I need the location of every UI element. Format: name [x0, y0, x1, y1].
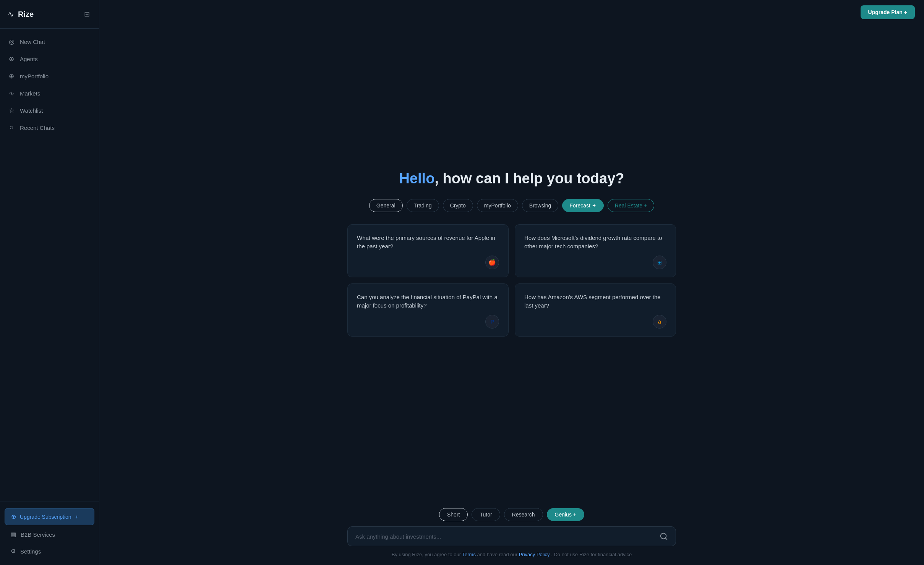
footer-text: By using Rize, you agree to our Terms an…	[392, 552, 632, 557]
search-button[interactable]	[660, 532, 668, 541]
suggestion-card-text: Can you analyze the financial situation …	[357, 293, 499, 310]
sidebar-item-label: myPortfolio	[20, 73, 49, 79]
sidebar-item-recent-chats[interactable]: ○ Recent Chats	[0, 119, 99, 136]
sidebar-item-label: New Chat	[20, 39, 45, 45]
suggestion-card-amazon[interactable]: How has Amazon's AWS segment performed o…	[515, 283, 676, 337]
rize-logo-icon: ∿	[8, 10, 14, 19]
upgrade-icon: ⊕	[11, 513, 16, 520]
sidebar-item-b2b-services[interactable]: ▦ B2B Services	[5, 527, 94, 542]
agents-icon: ⊕	[8, 55, 15, 63]
sidebar-logo: ∿ Rize ⊟	[0, 0, 99, 29]
sidebar-item-watchlist[interactable]: ☆ Watchlist	[0, 102, 99, 119]
sidebar-item-label: Watchlist	[20, 107, 43, 114]
main-content: Upgrade Plan + Hello, how can I help you…	[99, 0, 924, 565]
sidebar-item-agents[interactable]: ⊕ Agents	[0, 50, 99, 68]
upgrade-plus: +	[75, 514, 78, 520]
upgrade-plan-plus: +	[904, 9, 907, 15]
suggestion-card-text: What were the primary sources of revenue…	[357, 234, 499, 251]
amazon-icon: a	[653, 315, 666, 329]
suggestion-card-text: How does Microsoft's dividend growth rat…	[524, 234, 666, 251]
upgrade-label: Upgrade Subscription	[20, 514, 71, 520]
bottom-bar: Short Tutor Research Genius + By using R…	[99, 508, 924, 565]
mode-pills: Short Tutor Research Genius +	[439, 508, 584, 521]
suggestion-card-microsoft[interactable]: How does Microsoft's dividend growth rat…	[515, 224, 676, 277]
sidebar-item-label: Agents	[20, 56, 38, 62]
mode-pill-tutor[interactable]: Tutor	[472, 508, 500, 521]
pill-browsing[interactable]: Browsing	[522, 199, 559, 212]
privacy-link[interactable]: Privacy Policy	[519, 552, 550, 557]
sidebar-item-new-chat[interactable]: ◎ New Chat	[0, 33, 99, 50]
mode-pill-short[interactable]: Short	[439, 508, 468, 521]
microsoft-icon: ⊞	[653, 256, 666, 269]
mode-pill-research[interactable]: Research	[504, 508, 543, 521]
pill-forecast[interactable]: Forecast ✦	[562, 199, 603, 212]
sidebar-item-label: B2B Services	[21, 531, 55, 538]
apple-icon: 🍎	[485, 256, 499, 269]
pill-general[interactable]: General	[369, 199, 403, 212]
search-icon	[660, 532, 668, 541]
upgrade-plan-button[interactable]: Upgrade Plan +	[861, 5, 915, 19]
pill-real-estate[interactable]: Real Estate +	[608, 199, 654, 212]
settings-icon: ⚙	[11, 548, 16, 555]
upgrade-subscription-button[interactable]: ⊕ Upgrade Subscription +	[5, 508, 94, 525]
mode-pill-genius[interactable]: Genius +	[547, 508, 584, 521]
b2b-icon: ▦	[11, 531, 16, 538]
paypal-icon: P	[485, 315, 499, 329]
markets-icon: ∿	[8, 89, 15, 97]
new-chat-icon: ◎	[8, 38, 15, 46]
sidebar-nav: ◎ New Chat ⊕ Agents ⊕ myPortfolio ∿ Mark…	[0, 29, 99, 502]
suggestion-card-paypal[interactable]: Can you analyze the financial situation …	[347, 283, 509, 337]
sidebar-item-label: Settings	[20, 548, 41, 555]
sidebar: ∿ Rize ⊟ ◎ New Chat ⊕ Agents ⊕ myPortfol…	[0, 0, 99, 565]
sidebar-item-label: Markets	[20, 90, 40, 97]
myportfolio-icon: ⊕	[8, 72, 15, 80]
sidebar-toggle-button[interactable]: ⊟	[83, 8, 91, 20]
pill-trading[interactable]: Trading	[407, 199, 439, 212]
sidebar-bottom: ⊕ Upgrade Subscription + ▦ B2B Services …	[0, 502, 99, 565]
svg-line-1	[665, 538, 667, 539]
suggestion-card-text: How has Amazon's AWS segment performed o…	[524, 293, 666, 310]
sidebar-item-label: Recent Chats	[20, 125, 55, 131]
greeting-heading: Hello, how can I help you today?	[399, 170, 624, 187]
suggestion-card-apple[interactable]: What were the primary sources of revenue…	[347, 224, 509, 277]
greeting-rest: , how can I help you today?	[434, 170, 624, 186]
pill-crypto[interactable]: Crypto	[443, 199, 473, 212]
sidebar-item-myportfolio[interactable]: ⊕ myPortfolio	[0, 68, 99, 85]
app-name: Rize	[18, 10, 34, 19]
greeting-accent: Hello	[399, 170, 434, 186]
terms-link[interactable]: Terms	[462, 552, 476, 557]
search-bar	[347, 526, 676, 546]
recent-chats-icon: ○	[8, 124, 15, 131]
search-input[interactable]	[355, 533, 655, 540]
watchlist-icon: ☆	[8, 107, 15, 115]
top-bar: Upgrade Plan +	[99, 0, 924, 24]
sidebar-item-markets[interactable]: ∿ Markets	[0, 85, 99, 102]
content-area: Hello, how can I help you today? General…	[99, 24, 924, 508]
upgrade-plan-label: Upgrade Plan	[868, 9, 903, 15]
category-pills: General Trading Crypto myPortfolio Brows…	[369, 199, 654, 212]
suggestion-grid: What were the primary sources of revenue…	[347, 224, 676, 337]
sidebar-item-settings[interactable]: ⚙ Settings	[5, 544, 94, 559]
pill-myportfolio[interactable]: myPortfolio	[477, 199, 518, 212]
